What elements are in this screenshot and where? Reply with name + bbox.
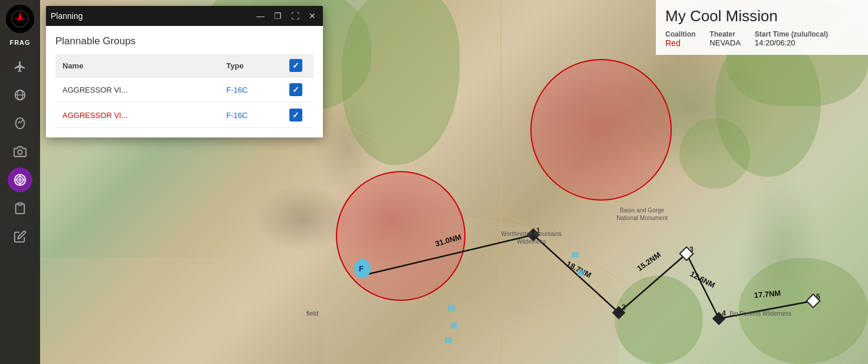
svg-rect-21 [18,203,22,205]
minimize-button[interactable]: — [254,11,267,21]
row-2-name: AGGRESSOR VI... [62,111,226,120]
location-marker-4 [451,323,458,329]
sidebar-btn-globe[interactable] [8,83,32,107]
header-checkbox[interactable] [289,59,302,72]
row-1-name: AGGRESSOR VI... [62,86,226,94]
close-button[interactable]: ✕ [306,11,318,21]
table-row: AGGRESSOR VI... F-16C [55,103,313,128]
theater-info: Theater NEVADA [709,30,741,48]
mission-panel: My Cool Mission Coalition Red Theater NE… [656,0,868,55]
mission-title: My Cool Mission [665,7,859,25]
sidebar-btn-target[interactable] [8,168,32,192]
target-icon [14,173,27,186]
app-title: FRAG [9,39,30,46]
sidebar-btn-aircraft[interactable] [8,54,32,79]
threat-circle-sw [336,171,466,301]
coalition-label: Coalition [665,30,695,38]
row-2-type: F-16C [226,111,285,120]
table-header: Name Type [55,54,313,77]
map-label-field: field [306,310,318,317]
sidebar-btn-edit[interactable] [8,224,32,249]
start-time-info: Start Time (zulu/local) 14:20/06:20 [755,30,828,48]
section-title: Plannable Groups [55,35,313,47]
table-row: AGGRESSOR VI... F-16C [55,77,313,103]
location-marker-1 [572,252,579,258]
col-name-header: Name [62,61,226,70]
row-1-type: F-16C [226,86,285,94]
sidebar-btn-clipboard[interactable] [8,196,32,221]
location-marker-3 [448,305,455,311]
coalition-info: Coalition Red [665,30,695,48]
aircraft-icon [14,60,27,73]
theater-value: NEVADA [709,38,741,47]
restore-button[interactable]: ❐ [272,11,284,21]
row-1-checkbox[interactable] [289,83,302,96]
flight-icon [14,117,27,130]
sidebar: FRAG [0,0,40,364]
maximize-button[interactable]: ⛶ [289,11,302,21]
planning-window: Planning — ❐ ⛶ ✕ Plannable Groups Name T… [46,6,323,137]
map-label-big-pockets: Big Pockets Wilderness [730,310,791,317]
map-label-worthington: Worthington MountainsWilderness [501,230,562,245]
location-marker-2 [577,270,585,276]
camera-icon [14,145,27,158]
start-time-value: 14:20/06:20 [755,38,828,47]
row-2-check-col [285,109,306,122]
row-2-checkbox[interactable] [289,109,302,122]
coalition-value: Red [665,38,695,48]
threat-circle-ne [530,59,672,201]
edit-icon [14,230,27,243]
map-label-monument: Basin and GorgeNational Monument [616,206,668,222]
svg-point-15 [17,177,24,183]
globe-icon [14,88,27,101]
window-content: Plannable Groups Name Type AGGRESSOR VI.… [46,26,323,137]
mission-meta: Coalition Red Theater NEVADA Start Time … [665,30,859,48]
start-time-label: Start Time (zulu/local) [755,30,828,38]
window-titlebar[interactable]: Planning — ❐ ⛶ ✕ [46,6,323,26]
app-logo[interactable] [6,5,34,33]
window-title: Planning [51,11,254,21]
sidebar-btn-camera[interactable] [8,139,32,164]
clipboard-icon [14,202,27,215]
col-type-header: Type [226,61,285,70]
location-marker-5 [445,337,452,343]
row-1-check-col [285,83,306,96]
logo-icon [11,9,29,28]
sidebar-btn-flight[interactable] [8,111,32,136]
svg-point-16 [19,179,21,181]
theater-label: Theater [709,30,741,38]
window-controls: — ❐ ⛶ ✕ [254,11,318,21]
col-check-header [285,59,306,72]
svg-point-13 [18,150,22,154]
